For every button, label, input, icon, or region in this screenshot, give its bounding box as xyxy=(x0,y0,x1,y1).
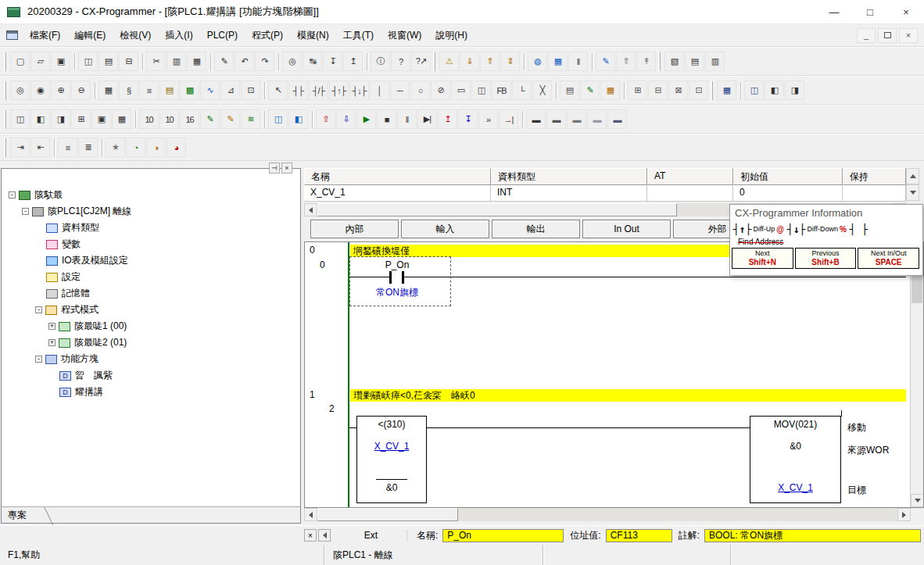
block-1-button[interactable]: ▬ xyxy=(526,109,546,129)
memory-3-button[interactable]: ⊠ xyxy=(668,80,688,100)
tree-item-4[interactable]: IO表及模組設定 xyxy=(2,252,299,269)
format-brush-button[interactable]: ✎ xyxy=(214,52,234,71)
tree-item-5[interactable]: 設定 xyxy=(2,269,299,285)
pause-monitor-button[interactable]: ‖ xyxy=(568,52,588,71)
zoom-out-button[interactable]: ⊖ xyxy=(71,80,91,100)
zoom-in-button[interactable]: ⊕ xyxy=(51,80,70,100)
menu-item-0[interactable]: 檔案(F) xyxy=(23,24,67,46)
collapse-icon[interactable]: - xyxy=(22,208,29,215)
cell-at[interactable] xyxy=(647,185,733,202)
edit-params-button[interactable]: ✎ xyxy=(580,80,600,100)
print-preview-button[interactable]: ⊟ xyxy=(119,52,138,71)
coil-nc-button[interactable]: ⊘ xyxy=(431,80,450,100)
tree-item-2[interactable]: 資料類型 xyxy=(2,220,299,236)
menu-item-8[interactable]: 視窗(W) xyxy=(381,24,428,46)
new-button[interactable]: ▢ xyxy=(10,52,30,71)
collapse-icon[interactable]: - xyxy=(9,191,16,198)
release-edit-button[interactable]: ↟ xyxy=(636,52,656,71)
symbol-tab-2[interactable]: 輸出 xyxy=(492,220,580,238)
memory-2-button[interactable]: ⊟ xyxy=(648,80,668,100)
menu-item-3[interactable]: 插入(I) xyxy=(158,24,199,46)
collapse-operand-bar-button[interactable] xyxy=(318,529,331,542)
view-5-button[interactable]: ▣ xyxy=(91,109,111,129)
mov-block[interactable]: MOV(021) &0 X_CV_1 xyxy=(750,416,841,503)
usage-2-button[interactable]: ◑ xyxy=(146,138,166,157)
menu-item-5[interactable]: 程式(P) xyxy=(245,24,290,46)
toolbar-grip[interactable] xyxy=(658,52,661,71)
zoom-fit-button[interactable]: ◎ xyxy=(10,80,30,100)
rung-list-button[interactable]: ≡ xyxy=(58,138,77,157)
fb-invocation-button[interactable]: FB xyxy=(492,80,511,100)
scroll-down-button[interactable] xyxy=(906,184,919,201)
show-grid-button[interactable]: ▦ xyxy=(98,80,118,100)
open-button[interactable]: ▱ xyxy=(30,52,50,71)
find-button[interactable]: ◎ xyxy=(282,52,302,71)
toolbar-grip[interactable] xyxy=(433,52,435,71)
view-2-button[interactable]: ◧ xyxy=(30,109,50,129)
tree-item-3[interactable]: 變數 xyxy=(2,236,299,252)
time-chart-button[interactable]: ∿ xyxy=(200,80,220,100)
step-run-button[interactable]: ▶| xyxy=(417,109,437,129)
block-4-button[interactable]: ▬ xyxy=(587,109,607,129)
find-next-button[interactable]: ↧ xyxy=(323,52,342,71)
mnemonic-view-button[interactable]: ≡ xyxy=(139,80,159,100)
expand-icon[interactable]: + xyxy=(48,323,56,330)
compile-button[interactable]: ⚠ xyxy=(439,52,459,71)
mdi-restore-button[interactable] xyxy=(878,28,897,43)
contact-up-button[interactable]: ┤↑├ xyxy=(329,80,349,100)
hscroll-thumb[interactable] xyxy=(317,203,677,216)
view-3-button[interactable]: ◨ xyxy=(51,109,70,129)
menu-item-6[interactable]: 模擬(N) xyxy=(290,24,336,46)
sfc-view-button[interactable]: ⊿ xyxy=(220,80,240,100)
cascade-windows-button[interactable]: ▧ xyxy=(664,52,684,71)
tile-vertical-button[interactable]: ▥ xyxy=(705,52,725,71)
toolbar-grip[interactable] xyxy=(4,110,6,129)
pause-button[interactable]: ‖ xyxy=(397,109,417,129)
cut-button[interactable]: ✂ xyxy=(146,52,166,71)
ladder-vscroll[interactable] xyxy=(910,242,923,507)
scroll-up-button[interactable] xyxy=(906,168,919,184)
ct-view-button[interactable]: ⊡ xyxy=(241,80,260,100)
mdi-minimize-button[interactable]: _ xyxy=(857,28,876,43)
tree-item-12[interactable]: D耀搆講 xyxy=(2,384,299,400)
column-header-1[interactable]: 資料類型 xyxy=(491,168,647,185)
tree-item-8[interactable]: +陔最唗1 (00) xyxy=(2,318,299,334)
cell-name[interactable]: X_CV_1 xyxy=(304,185,491,202)
block-2-button[interactable]: ▬ xyxy=(546,109,566,129)
contact-no-button[interactable]: ┤├ xyxy=(288,80,308,100)
contact-down-button[interactable]: ┤↓├ xyxy=(349,80,369,100)
expand-icon[interactable]: + xyxy=(48,339,56,346)
horizontal-line-button[interactable]: ─ xyxy=(390,80,410,100)
ladder-view-button[interactable]: ▤ xyxy=(159,80,179,100)
menu-item-4[interactable]: PLC(P) xyxy=(200,24,245,46)
run-button[interactable]: ▶ xyxy=(356,109,376,129)
ladder-editor[interactable]: 0 0 坰鍫磧換堤僅 P_On 常ON旗標 1 2 瓚剿磧岆瘁<0,芢衾寀 峈岆… xyxy=(304,241,924,508)
view-4-button[interactable]: ⊞ xyxy=(71,109,91,129)
compare-block[interactable]: <(310) X_CV_1 &0 xyxy=(356,416,427,503)
pou-window-button[interactable]: ▦ xyxy=(717,80,736,100)
instruction-button[interactable]: ▭ xyxy=(451,80,471,100)
monitor-signed-decimal-button[interactable]: 10 xyxy=(159,109,179,129)
force-off-button[interactable]: ⇩ xyxy=(336,109,356,129)
about-button[interactable]: ⓘ xyxy=(371,52,390,71)
symbol-tab-0[interactable]: 內部 xyxy=(310,220,399,238)
rung-list-2-button[interactable]: ≣ xyxy=(78,138,98,157)
zoom-area-button[interactable]: ◉ xyxy=(30,80,50,100)
symbol-table-vscroll[interactable] xyxy=(906,168,919,202)
column-header-0[interactable]: 名稱 xyxy=(304,168,491,185)
close-operand-bar-button[interactable]: × xyxy=(304,529,317,542)
cell-init[interactable]: 0 xyxy=(733,185,843,202)
stop-button[interactable]: ■ xyxy=(377,109,396,129)
diff-down-monitor-button[interactable]: ↧ xyxy=(458,109,478,129)
coil-button[interactable]: ○ xyxy=(410,80,430,100)
watch-2-button[interactable]: ✎ xyxy=(220,109,240,129)
fb-update-button[interactable]: ▤ xyxy=(560,80,579,100)
ladder-vscroll-track[interactable] xyxy=(911,304,923,494)
minimize-button[interactable]: — xyxy=(816,0,852,23)
comment-field[interactable]: BOOL: 常ON旗標 xyxy=(704,529,921,542)
instruction-diff-button[interactable]: ◫ xyxy=(471,80,491,100)
paste-button[interactable]: ▦ xyxy=(187,52,206,71)
rung-1-comment[interactable]: 瓚剿磧岆瘁<0,芢衾寀 峈岆0 xyxy=(350,389,906,402)
cell-retain[interactable] xyxy=(843,185,906,202)
show-comments-button[interactable]: § xyxy=(119,80,138,100)
